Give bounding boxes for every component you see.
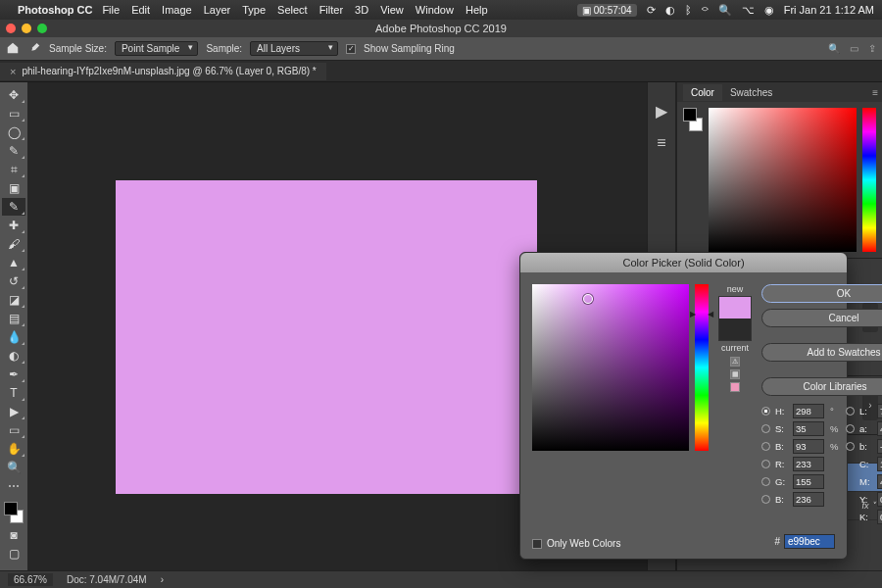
menu-help[interactable]: Help [466, 4, 488, 16]
hex-input[interactable] [784, 534, 835, 549]
radio-b[interactable] [761, 442, 770, 451]
tool-clone[interactable]: ▲ [2, 254, 25, 271]
search-icon[interactable]: 🔍 [828, 43, 840, 54]
sample-size-dropdown[interactable]: Point Sample [115, 41, 198, 56]
menu-extra-sync-icon[interactable]: ⟳ [647, 4, 656, 17]
input-h[interactable] [793, 404, 824, 418]
close-tab-icon[interactable]: × [10, 66, 16, 77]
fg-bg-color[interactable] [2, 500, 25, 525]
picker-saturation-box[interactable] [532, 284, 689, 451]
input-l[interactable] [877, 404, 882, 418]
input-b[interactable] [793, 439, 824, 454]
tool-lasso[interactable]: ◯ [2, 123, 25, 141]
tool-type[interactable]: T [2, 384, 25, 402]
tab-color[interactable]: Color [683, 84, 722, 101]
window-zoom-button[interactable] [37, 24, 47, 33]
input-k[interactable] [877, 510, 882, 524]
tool-shape[interactable]: ▭ [2, 421, 25, 439]
workspace-icon[interactable]: ▭ [850, 43, 858, 54]
menu-extra-wifi-icon[interactable]: ⌔ [702, 4, 709, 16]
tool-screen-mode[interactable]: ▢ [2, 545, 25, 563]
radio-h[interactable] [761, 407, 770, 416]
websafe-warning-icon[interactable]: ▦ [730, 369, 740, 379]
tool-quick-mask[interactable]: ◙ [2, 526, 25, 544]
tool-zoom[interactable]: 🔍 [2, 459, 25, 476]
tool-edit-toolbar[interactable]: ⋯ [2, 477, 25, 495]
tab-swatches[interactable]: Swatches [722, 84, 780, 101]
menu-3d[interactable]: 3D [355, 4, 368, 16]
tool-blur[interactable]: 💧 [2, 328, 25, 346]
gamut-warning-icon[interactable]: ⚠ [730, 357, 740, 367]
tool-eyedropper[interactable]: ✎ [2, 198, 25, 216]
cancel-button[interactable]: Cancel [761, 309, 882, 327]
input-bb[interactable] [877, 439, 882, 454]
menu-select[interactable]: Select [277, 4, 308, 16]
hue-slider-handle[interactable]: ▶◀ [690, 310, 713, 318]
tool-quick-select[interactable]: ✎ [2, 142, 25, 160]
status-chevron-icon[interactable]: › [161, 574, 164, 585]
picker-selection-ring[interactable] [583, 294, 593, 304]
window-minimize-button[interactable] [22, 24, 31, 33]
home-icon[interactable] [6, 41, 20, 57]
menu-extra-bluetooth-icon[interactable]: ᛒ [685, 4, 692, 16]
document-tab[interactable]: × phil-hearing-IYfp2Ixe9nM-unsplash.jpg … [0, 63, 326, 80]
input-b2[interactable] [793, 492, 824, 507]
menu-extra-siri-icon[interactable]: ◉ [764, 4, 774, 17]
add-to-swatches-button[interactable]: Add to Swatches [761, 343, 882, 362]
menu-file[interactable]: File [102, 4, 120, 16]
menu-window[interactable]: Window [416, 4, 454, 16]
nearest-color-swatch[interactable] [730, 382, 740, 392]
input-a[interactable] [877, 421, 882, 436]
menu-view[interactable]: View [380, 4, 404, 16]
input-c[interactable] [877, 457, 882, 471]
sample-dropdown[interactable]: All Layers [250, 41, 338, 56]
tool-eraser[interactable]: ◪ [2, 291, 25, 309]
tool-brush[interactable]: 🖌 [2, 235, 25, 253]
menu-type[interactable]: Type [242, 4, 266, 16]
tool-pen[interactable]: ✒ [2, 366, 25, 383]
mac-clock[interactable]: Fri Jan 21 1:12 AM [784, 4, 874, 16]
tool-crop[interactable]: ⌗ [2, 161, 25, 178]
menu-extra-search-icon[interactable]: 🔍 [718, 4, 732, 17]
status-doc-size[interactable]: Doc: 7.04M/7.04M [67, 574, 147, 585]
menu-edit[interactable]: Edit [131, 4, 150, 16]
tool-hand[interactable]: ✋ [2, 440, 25, 458]
eyedropper-tool-icon[interactable] [27, 42, 41, 56]
radio-a[interactable] [846, 424, 855, 433]
menu-image[interactable]: Image [162, 4, 192, 16]
input-y[interactable] [877, 492, 882, 507]
show-ring-checkbox[interactable] [346, 44, 356, 54]
window-close-button[interactable] [6, 24, 16, 33]
menu-extra-recorder[interactable]: ▣00:57:04 [577, 4, 637, 17]
input-m[interactable] [877, 474, 882, 489]
radio-l[interactable] [846, 407, 855, 416]
input-s[interactable] [793, 421, 824, 436]
radio-bb[interactable] [846, 442, 855, 451]
share-icon[interactable]: ⇪ [868, 43, 876, 54]
menu-extra-control-center-icon[interactable]: ⌥ [742, 4, 755, 17]
panel-history-icon[interactable]: ≡ [657, 134, 665, 152]
only-web-colors-checkbox[interactable] [532, 539, 542, 549]
tool-healing[interactable]: ✚ [2, 217, 25, 234]
mac-app-name[interactable]: Photoshop CC [18, 4, 92, 16]
radio-b2[interactable] [761, 495, 770, 504]
input-r[interactable] [793, 457, 824, 471]
tool-gradient[interactable]: ▤ [2, 310, 25, 327]
menu-layer[interactable]: Layer [204, 4, 231, 16]
radio-s[interactable] [761, 424, 770, 433]
tool-dodge[interactable]: ◐ [2, 347, 25, 365]
tool-history-brush[interactable]: ↺ [2, 272, 25, 290]
panel-play-icon[interactable]: ▶ [656, 102, 667, 121]
radio-r[interactable] [761, 460, 770, 468]
panel-menu-icon[interactable]: ≡ [872, 87, 878, 98]
menu-filter[interactable]: Filter [319, 4, 343, 16]
status-zoom[interactable]: 66.67% [8, 573, 53, 586]
tool-frame[interactable]: ▣ [2, 179, 25, 197]
color-panel-fgbg[interactable] [683, 108, 703, 131]
color-panel-saturation-box[interactable] [709, 108, 857, 252]
tool-path-select[interactable]: ▶ [2, 403, 25, 420]
picker-hue-strip[interactable]: ▶◀ [695, 284, 709, 451]
color-libraries-button[interactable]: Color Libraries [761, 377, 882, 396]
ok-button[interactable]: OK [761, 284, 882, 303]
tool-marquee[interactable]: ▭ [2, 105, 25, 122]
